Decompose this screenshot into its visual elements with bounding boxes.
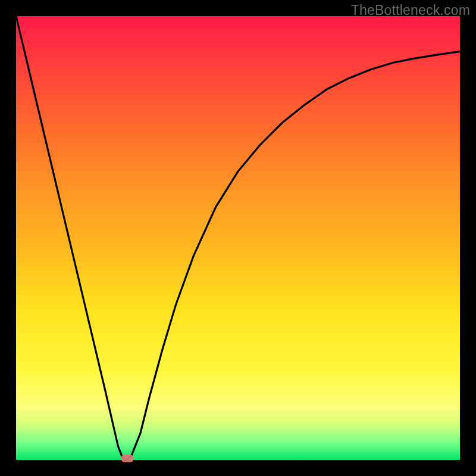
bottleneck-curve [16, 16, 460, 460]
watermark-text: TheBottleneck.com [351, 2, 470, 18]
optimal-marker [121, 455, 134, 462]
